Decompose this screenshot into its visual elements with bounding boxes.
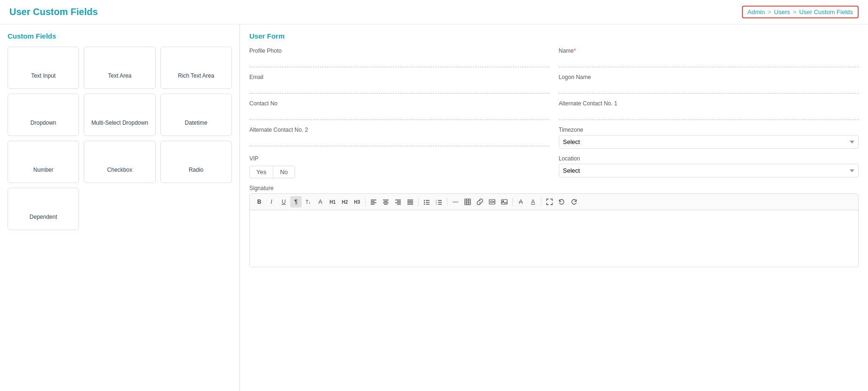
form-field-alternate-contact-1: Alternate Contact No. 1 xyxy=(559,100,859,120)
input-alternate-contact-2[interactable] xyxy=(249,135,549,146)
label-timezone: Timezone xyxy=(559,127,859,133)
svg-rect-77 xyxy=(489,199,495,204)
field-card-text-input[interactable]: Text Input xyxy=(8,47,79,89)
field-card-dropdown[interactable]: Dropdown xyxy=(8,94,79,136)
form-field-signature: Signature B I U ¶ T↓ A H1 H2 H3 xyxy=(249,185,859,267)
breadcrumb-admin[interactable]: Admin xyxy=(748,8,765,16)
input-contact-no[interactable] xyxy=(249,109,549,120)
rte-strikethrough-button[interactable]: A xyxy=(515,196,526,207)
vip-yes-button[interactable]: Yes xyxy=(249,166,273,178)
field-card-number[interactable]: 123 Number xyxy=(8,141,79,183)
select-location[interactable]: Select xyxy=(559,164,859,177)
svg-point-60 xyxy=(424,200,425,201)
label-contact-no: Contact No xyxy=(249,100,549,107)
field-card-text-input-label: Text Input xyxy=(31,72,56,79)
user-form-title: User Form xyxy=(249,32,859,40)
form-field-profile-photo: Profile Photo xyxy=(249,48,549,67)
form-field-timezone: Timezone Select xyxy=(559,127,859,149)
field-card-checkbox-label: Checkbox xyxy=(107,167,132,173)
form-field-contact-no: Contact No xyxy=(249,100,549,120)
input-logon-name[interactable] xyxy=(559,82,859,94)
rte-hr-button[interactable]: — xyxy=(450,196,461,207)
rte-align-center-button[interactable] xyxy=(380,196,391,207)
vip-toggle-group: Yes No xyxy=(249,166,549,178)
rte-image-button[interactable] xyxy=(499,196,510,207)
breadcrumb-custom-fields: User Custom Fields xyxy=(799,8,853,16)
required-star-name: * xyxy=(574,48,576,54)
field-card-radio-label: Radio xyxy=(189,167,203,173)
input-profile-photo[interactable] xyxy=(249,56,549,67)
rte-paragraph-button[interactable]: ¶ xyxy=(290,196,302,207)
rte-ordered-list-button[interactable]: 1.2.3. xyxy=(433,196,445,207)
rte-link-button[interactable] xyxy=(474,196,486,207)
rte-bold-button[interactable]: B xyxy=(254,196,265,207)
rte-sep-2 xyxy=(418,198,419,206)
svg-rect-81 xyxy=(502,199,507,204)
label-email: Email xyxy=(249,74,549,80)
rte-h1-button[interactable]: H1 xyxy=(327,196,338,207)
label-profile-photo: Profile Photo xyxy=(249,48,549,54)
breadcrumb-sep-2: > xyxy=(793,8,796,16)
field-card-multi-select-dropdown[interactable]: Multi-Select Dropdown xyxy=(84,94,155,136)
rte-body[interactable] xyxy=(250,210,858,267)
rte-bullet-list-button[interactable] xyxy=(421,196,432,207)
form-field-name: Name* xyxy=(559,48,859,67)
rte-fullscreen-button[interactable] xyxy=(544,196,555,207)
breadcrumb-users[interactable]: Users xyxy=(774,8,790,16)
rte-align-justify-button[interactable] xyxy=(405,196,416,207)
rte-align-right-button[interactable] xyxy=(392,196,404,207)
label-alternate-contact-2: Alternate Contact No. 2 xyxy=(249,127,549,133)
rte-redo-button[interactable] xyxy=(568,196,580,207)
rte-subscript-button[interactable]: T↓ xyxy=(303,196,314,207)
field-card-text-area[interactable]: Text Area xyxy=(84,47,155,89)
select-timezone[interactable]: Select xyxy=(559,135,859,149)
rte-undo-button[interactable] xyxy=(556,196,567,207)
input-alternate-contact-1[interactable] xyxy=(559,109,859,120)
field-card-datetime-label: Datetime xyxy=(185,120,207,126)
input-name[interactable] xyxy=(559,56,859,67)
field-card-radio[interactable]: Radio xyxy=(160,141,232,183)
rte-font-button[interactable]: A xyxy=(315,196,326,207)
rte-text-color-button[interactable]: A xyxy=(527,196,539,207)
page-title: User Custom Fields xyxy=(9,7,98,17)
field-card-dropdown-label: Dropdown xyxy=(31,120,56,126)
form-field-vip: VIP Yes No xyxy=(249,155,549,178)
field-card-rich-text-area[interactable]: Rich Text Area xyxy=(160,47,232,89)
field-card-rich-text-area-label: Rich Text Area xyxy=(178,72,214,79)
label-alternate-contact-1: Alternate Contact No. 1 xyxy=(559,100,859,107)
label-location: Location xyxy=(559,155,859,162)
left-panel: Custom Fields Text Input xyxy=(0,24,240,391)
svg-point-62 xyxy=(424,204,425,205)
rte-sep-4 xyxy=(512,198,513,206)
rte-sep-3 xyxy=(447,198,447,206)
rte-h2-button[interactable]: H2 xyxy=(339,196,350,207)
rte-sep-5 xyxy=(541,198,542,206)
field-card-number-label: Number xyxy=(33,167,54,173)
field-card-dependent-label: Dependent xyxy=(30,214,57,220)
rte-media-button[interactable] xyxy=(486,196,498,207)
custom-fields-title: Custom Fields xyxy=(8,32,232,40)
field-card-checkbox[interactable]: Checkbox xyxy=(84,141,155,183)
fields-grid: Text Input Text Area xyxy=(8,47,232,230)
rich-text-editor: B I U ¶ T↓ A H1 H2 H3 xyxy=(249,193,859,267)
field-card-dependent[interactable]: Dependent xyxy=(8,188,79,230)
vip-no-button[interactable]: No xyxy=(273,166,295,178)
field-card-datetime[interactable]: Datetime xyxy=(160,94,232,136)
rte-underline-button[interactable]: U xyxy=(278,196,289,207)
page-header: User Custom Fields Admin > Users > User … xyxy=(0,0,868,24)
breadcrumb-sep-1: > xyxy=(768,8,772,16)
svg-rect-78 xyxy=(491,201,493,203)
rte-align-left-button[interactable] xyxy=(368,196,379,207)
rte-italic-button[interactable]: I xyxy=(266,196,277,207)
breadcrumb: Admin > Users > User Custom Fields xyxy=(742,6,859,18)
form-field-location: Location Select xyxy=(559,155,859,178)
svg-point-61 xyxy=(424,202,425,203)
label-logon-name: Logon Name xyxy=(559,74,859,80)
label-vip: VIP xyxy=(249,155,549,162)
field-card-text-area-label: Text Area xyxy=(108,72,131,79)
rte-table-button[interactable] xyxy=(462,196,473,207)
rte-h3-button[interactable]: H3 xyxy=(351,196,363,207)
input-email[interactable] xyxy=(249,82,549,94)
form-field-logon-name: Logon Name xyxy=(559,74,859,94)
rte-toolbar: B I U ¶ T↓ A H1 H2 H3 xyxy=(250,194,858,210)
